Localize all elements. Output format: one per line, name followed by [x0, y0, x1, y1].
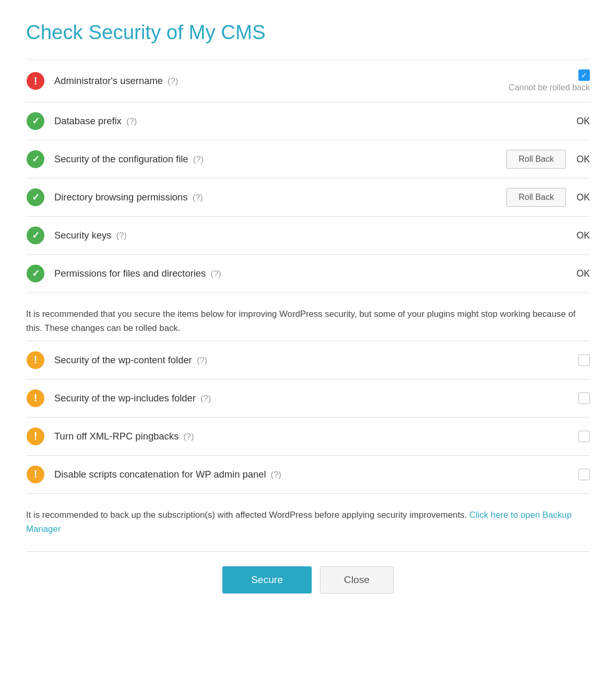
wp-includes-checkbox[interactable]: [578, 393, 590, 404]
row-label-file-permissions: Permissions for files and directories (?…: [54, 268, 574, 279]
xml-rpc-right: [578, 431, 590, 442]
security-checks-list: ! Administrator's username (?) ✓ Cannot …: [26, 60, 590, 293]
check-row-wp-includes: ! Security of the wp-includes folder (?): [26, 379, 590, 418]
green-check-icon-config: ✓: [26, 150, 45, 169]
xml-rpc-checkbox[interactable]: [578, 431, 590, 442]
admin-username-checkbox[interactable]: ✓: [578, 69, 590, 81]
warning-orange-icon-scripts: !: [26, 465, 45, 484]
secure-button[interactable]: Secure: [222, 566, 312, 593]
check-row-wp-content: ! Security of the wp-content folder (?): [26, 341, 590, 379]
row-label-scripts-concat: Disable scripts concatenation for WP adm…: [54, 469, 578, 480]
warning-checks-list: ! Security of the wp-content folder (?) …: [26, 341, 590, 494]
row-label-wp-includes: Security of the wp-includes folder (?): [54, 393, 578, 404]
row-label-security-keys: Security keys (?): [54, 230, 574, 241]
config-file-right: Roll Back OK: [506, 150, 590, 169]
row-label-db-prefix: Database prefix (?): [54, 115, 574, 127]
row-label-directory-browsing: Directory browsing permissions (?): [54, 192, 506, 203]
check-row-file-permissions: ✓ Permissions for files and directories …: [26, 255, 590, 293]
directory-browsing-right: Roll Back OK: [506, 188, 590, 207]
row-label-xml-rpc: Turn off XML-RPC pingbacks (?): [54, 431, 578, 442]
security-keys-right: OK: [574, 230, 590, 241]
check-row-admin-username: ! Administrator's username (?) ✓ Cannot …: [26, 60, 590, 102]
green-check-icon-keys: ✓: [26, 226, 45, 245]
wp-content-checkbox[interactable]: [578, 354, 590, 366]
check-row-db-prefix: ✓ Database prefix (?) OK: [26, 102, 590, 140]
row-label-config-file: Security of the configuration file (?): [54, 153, 506, 165]
admin-username-right: ✓ Cannot be rolled back: [508, 69, 590, 92]
cannot-rollback-label: Cannot be rolled back: [508, 83, 590, 92]
info-text-top: It is recommended that you secure the it…: [26, 307, 590, 336]
page-title: Check Security of My CMS: [26, 21, 590, 44]
green-check-icon-perms: ✓: [26, 264, 45, 283]
row-label-wp-content: Security of the wp-content folder (?): [54, 354, 578, 366]
close-button[interactable]: Close: [320, 566, 394, 593]
warning-orange-icon-wpincludes: !: [26, 389, 45, 408]
row-label-admin-username: Administrator's username (?): [54, 75, 508, 87]
info-text-bottom: It is recommended to back up the subscri…: [26, 508, 590, 537]
file-permissions-right: OK: [574, 268, 590, 279]
green-check-icon-db: ✓: [26, 112, 45, 130]
rollback-config-button[interactable]: Roll Back: [506, 150, 566, 169]
footer-buttons: Secure Close: [26, 551, 590, 599]
warning-orange-icon-wpcontent: !: [26, 351, 45, 370]
rollback-directory-button[interactable]: Roll Back: [506, 188, 566, 207]
warning-orange-icon-xmlrpc: !: [26, 427, 45, 446]
scripts-concat-checkbox[interactable]: [578, 469, 590, 480]
wp-content-right: [578, 354, 590, 366]
check-row-xml-rpc: ! Turn off XML-RPC pingbacks (?): [26, 418, 590, 456]
check-row-security-keys: ✓ Security keys (?) OK: [26, 217, 590, 255]
check-row-scripts-concat: ! Disable scripts concatenation for WP a…: [26, 456, 590, 494]
check-row-config-file: ✓ Security of the configuration file (?)…: [26, 140, 590, 179]
db-prefix-right: OK: [574, 116, 590, 127]
check-row-directory-browsing: ✓ Directory browsing permissions (?) Rol…: [26, 179, 590, 217]
warning-red-icon: !: [26, 72, 45, 90]
green-check-icon-dir: ✓: [26, 188, 45, 207]
scripts-concat-right: [578, 469, 590, 480]
wp-includes-right: [578, 393, 590, 404]
